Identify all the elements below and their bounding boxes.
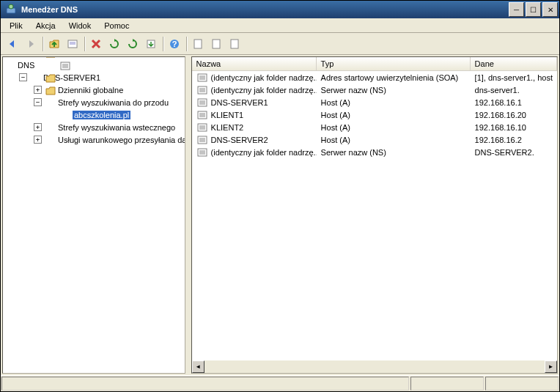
properties-button[interactable] [64,35,81,53]
horizontal-scrollbar[interactable]: ◄ ► [192,360,557,373]
export-button[interactable] [142,35,160,53]
cell-data: 192.168.16.1 [471,97,557,108]
list-row[interactable]: (identyczny jak folder nadrzę...Serwer n… [192,84,557,96]
list-row[interactable]: KLIENT2Host (A)192.168.16.10 [192,121,557,133]
help-button[interactable] [166,35,183,53]
record-icon [196,109,208,121]
close-button[interactable]: ✕ [542,2,558,17]
cell-data: 192.168.16.20 [471,110,557,120]
scroll-right-icon[interactable]: ► [545,360,557,373]
list-row[interactable]: (identyczny jak folder nadrzę...Adres st… [192,71,557,84]
back-button[interactable] [4,35,21,53]
toolbar [1,33,559,55]
cell-data: 192.168.16.2 [471,135,557,145]
cell-name: DNS-SERVER1 [211,98,268,107]
menu-view[interactable]: Widok [63,20,97,32]
expander-icon[interactable]: + [34,136,42,144]
toolbar-separator [40,35,45,53]
status-pane [485,377,559,391]
menu-help[interactable]: Pomoc [98,20,135,32]
forward-button[interactable] [22,35,40,53]
cell-data: [1], dns-server1., host [471,73,557,83]
column-header-data[interactable]: Dane [471,57,557,70]
tree-label: Strefy wyszukiwania do przodu [58,98,169,107]
scroll-left-icon[interactable]: ◄ [192,360,205,373]
cell-name: DNS-SERVER2 [211,136,268,144]
cell-name: (identyczny jak folder nadrzę... [211,73,317,82]
delete-button[interactable] [87,35,105,53]
record-icon [196,97,208,108]
minimize-button[interactable]: ─ [509,2,524,17]
cell-type: Host (A) [317,122,471,133]
cell-data: 192.168.16.10 [471,122,557,133]
page2-button[interactable] [207,35,225,53]
list-view[interactable]: Nazwa Typ Dane (identyczny jak folder na… [191,56,558,374]
dns-icon [4,59,16,71]
cell-data: DNS-SERVER2. [471,147,557,158]
cell-name: (identyczny jak folder nadrzę... [211,148,317,157]
list-row[interactable]: KLIENT1Host (A)192.168.16.20 [192,108,557,121]
tree-conditional-forwarders[interactable]: + Usługi warunkowego przesyłania dalej [4,133,183,146]
list-row[interactable]: DNS-SERVER2Host (A)192.168.16.2 [192,133,557,146]
cell-data: dns-server1. [471,85,557,95]
folder-icon [45,134,56,146]
column-header-name[interactable]: Nazwa [192,57,317,70]
zone-icon [59,109,71,121]
cell-name: (identyczny jak folder nadrzę... [211,86,317,95]
status-bar [1,375,559,391]
status-pane [1,377,409,391]
window-title: Menedżer DNS [20,5,509,14]
app-icon [5,4,17,15]
cell-name: KLIENT1 [211,111,244,119]
refresh2-button[interactable] [124,35,141,53]
record-icon [196,72,208,84]
expander-icon[interactable]: − [34,98,42,106]
up-button[interactable] [45,35,63,53]
record-icon [196,134,208,146]
title-bar: Menedżer DNS ─ ☐ ✕ [1,1,559,18]
record-icon [196,122,208,133]
page3-button[interactable] [226,35,243,53]
splitter[interactable] [187,55,190,375]
cell-type: Host (A) [317,97,471,108]
toolbar-separator [184,35,188,53]
tree-view[interactable]: DNS − DNS-SERVER1 + Dzienniki globalne −… [2,56,185,374]
page1-button[interactable] [189,35,207,53]
maximize-button[interactable]: ☐ [526,2,541,17]
record-icon [196,147,208,158]
refresh-button[interactable] [106,35,123,53]
record-icon [196,84,208,96]
expander-icon[interactable]: + [34,123,42,131]
list-row[interactable]: DNS-SERVER1Host (A)192.168.16.1 [192,96,557,108]
list-row[interactable]: (identyczny jak folder nadrzę...Serwer n… [192,146,557,158]
column-header-type[interactable]: Typ [317,57,471,70]
menu-action[interactable]: Akcja [30,20,62,32]
menu-bar: Plik Akcja Widok Pomoc [1,18,559,33]
list-header: Nazwa Typ Dane [192,57,557,71]
tree-label: Strefy wyszukiwania wstecznego [58,123,175,132]
server-icon [30,72,42,84]
cell-name: KLIENT2 [211,123,244,132]
cell-type: Host (A) [317,135,471,145]
status-pane [410,377,484,391]
expander-icon[interactable]: − [19,73,27,81]
cell-type: Serwer nazw (NS) [317,85,471,95]
tree-label-selected: abcszkolenia.pl [73,111,130,119]
tree-label: Usługi warunkowego przesyłania dalej [58,136,185,144]
cell-type: Adres startowy uwierzytelnienia (SOA) [317,73,471,83]
menu-file[interactable]: Plik [4,20,29,32]
tree-server[interactable]: − DNS-SERVER1 [4,71,183,84]
cell-type: Serwer nazw (NS) [317,147,471,158]
cell-type: Host (A) [317,110,471,120]
toolbar-separator [161,35,165,53]
toolbar-separator [82,35,86,53]
expander-icon[interactable]: + [34,86,42,94]
